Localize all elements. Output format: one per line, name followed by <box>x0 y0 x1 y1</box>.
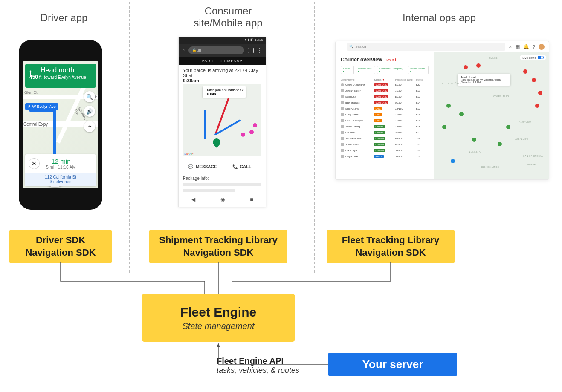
tracking-map: Traffic jam on Harrison St+6 min Google <box>183 84 261 156</box>
column-divider <box>314 2 315 273</box>
traffic-tooltip: Traffic jam on Harrison St+6 min <box>203 86 246 98</box>
street-chip: ↱ W Evelyn Ave <box>25 103 58 110</box>
status-badge: ON TIME <box>374 143 385 146</box>
table-row[interactable]: Claire DuckworthVERY LATE5/150523 <box>341 82 429 88</box>
call-button[interactable]: 📞CALL <box>222 159 261 174</box>
status-badge: EARLY <box>374 155 383 158</box>
message-button[interactable]: 💬MESSAGE <box>183 159 222 174</box>
avatar <box>341 95 344 98</box>
avatar[interactable] <box>539 44 545 50</box>
menu-icon[interactable]: ≡ <box>340 43 343 50</box>
status-badge: VERY LATE <box>374 83 388 86</box>
search-icon[interactable]: 🔍 <box>84 91 95 102</box>
table-row[interactable]: Skip AllumsLATE13/150517 <box>341 106 429 112</box>
fleet-engine-box: Fleet Engine State management <box>142 294 295 342</box>
arrow-up-icon: ↑ <box>28 66 33 80</box>
live-traffic-toggle[interactable]: Live traffic <box>520 55 546 60</box>
column-title-ops: Internal ops app <box>333 12 546 24</box>
column-title-driver: Driver app <box>0 12 128 24</box>
url-input[interactable]: 🔒 url <box>188 46 244 54</box>
status-badge: ON TIME <box>374 131 385 134</box>
filter-row: Status ▾ Vehicle type ▾ Contractor Compa… <box>341 66 429 74</box>
table-row[interactable]: Igor ZhagoloVERY LATE9/150514 <box>341 100 429 106</box>
back-icon[interactable]: ◀ <box>191 196 195 202</box>
sdk-box-driver: Driver SDK Navigation SDK <box>9 230 112 263</box>
delivery-footer: 112 California St 3 deliveries <box>25 173 96 186</box>
android-nav-bar: ◀ ◉ ■ <box>179 194 266 205</box>
avatar <box>341 131 344 134</box>
more-icon[interactable]: ⋮ <box>256 47 262 54</box>
tabs-icon[interactable]: 1 <box>248 48 254 53</box>
eta-card: ✕ 12 min 5 mi · 11:16 AM 112 California … <box>25 154 96 186</box>
bell-icon[interactable]: 🔔 <box>523 44 529 49</box>
table-row[interactable]: Dhruv BanerjeeLATE17/150516 <box>341 118 429 124</box>
sdk-box-consumer: Shipment Tracking Library Navigation SDK <box>149 230 287 263</box>
driver-app-mockup: Glen Ct Easy St Stevens Creek Fwy Centra… <box>19 40 102 210</box>
status-badge: LATE <box>374 113 382 116</box>
compass-icon[interactable]: ⌖ <box>84 121 95 132</box>
fleet-map: Live traffic Road closed Road closure on… <box>434 52 549 179</box>
column-divider <box>129 2 130 273</box>
avatar <box>341 137 344 140</box>
navigation-banner: ↑ Head north 450 ft toward Evelyn Avenue <box>25 64 96 88</box>
avatar <box>341 113 344 116</box>
sound-icon[interactable]: 🔊 <box>84 106 95 117</box>
status-badge: ON TIME <box>374 125 385 128</box>
google-logo: Google <box>184 153 194 156</box>
table-row[interactable]: Jordan BakerVERY LATE7/150519 <box>341 88 429 94</box>
filter-company[interactable]: Contractor Company ▾ <box>377 66 406 74</box>
status-badge: LATE <box>374 119 382 122</box>
consumer-app-mockup: ▾ ▮ ◧ 12:30 ⌂ 🔒 url 1 ⋮ PARCEL COMPANY Y… <box>178 37 266 207</box>
recents-icon[interactable]: ■ <box>250 196 253 202</box>
table-row[interactable]: José BalvinON TIME42/150520 <box>341 141 429 147</box>
avatar <box>341 107 344 110</box>
brand-header: PARCEL COMPANY <box>179 57 266 65</box>
table-row[interactable]: Divya DharEARLY56/150511 <box>341 153 429 159</box>
close-icon[interactable]: ✕ <box>29 158 40 169</box>
status-bar: ▾ ▮ ◧ 12:30 <box>179 37 266 44</box>
filter-vehicle[interactable]: Vehicle type ▾ <box>356 66 375 74</box>
destination-pin-icon <box>211 137 222 147</box>
avatar <box>341 149 344 152</box>
fleet-engine-api-label: Fleet Engine API tasks, vehicles, & rout… <box>217 356 299 375</box>
filter-hours[interactable]: Hours driven ▾ <box>408 66 429 74</box>
filter-status[interactable]: Status ▾ <box>341 66 354 74</box>
your-server-box: Your server <box>328 353 457 376</box>
status-badge: LATE <box>374 107 382 110</box>
search-icon: 🔍 <box>349 45 353 49</box>
phone-icon: 📞 <box>232 164 238 169</box>
table-header: Driver name Status ▼ Packages done Route <box>341 78 429 82</box>
avatar <box>341 125 344 128</box>
browser-url-bar: ⌂ 🔒 url 1 ⋮ <box>179 44 266 57</box>
avatar <box>341 83 344 86</box>
sdk-box-ops: Fleet Tracking Library Navigation SDK <box>327 230 455 263</box>
help-icon[interactable]: ? <box>533 44 535 49</box>
page-title: Courier overview LIVE 46 <box>341 57 429 63</box>
table-row[interactable]: Luke BryanON TIME55/150521 <box>341 147 429 153</box>
table-row[interactable]: Greg HatchLATE15/150515 <box>341 112 429 118</box>
table-row[interactable]: Sam DasVERY LATE8/150513 <box>341 94 429 100</box>
avatar <box>341 143 344 146</box>
status-badge: ON TIME <box>374 137 385 140</box>
status-badge: VERY LATE <box>374 95 388 98</box>
package-info-label: Package info: <box>183 176 209 181</box>
clear-icon[interactable]: ✕ <box>509 45 512 49</box>
status-badge: VERY LATE <box>374 101 388 104</box>
home-icon[interactable]: ⌂ <box>182 47 185 53</box>
status-badge: ON TIME <box>374 149 385 152</box>
table-row[interactable]: Lila ParkON TIME35/150512 <box>341 130 429 135</box>
message-icon: 💬 <box>188 164 193 169</box>
column-title-consumer: Consumer site/Mobile app <box>158 5 298 29</box>
apps-icon[interactable]: ▦ <box>516 44 520 49</box>
home-icon[interactable]: ◉ <box>220 196 225 202</box>
ops-app-mockup: ≡ 🔍Search ✕ ▦ 🔔 ? Courier overview LIVE … <box>335 41 549 180</box>
avatar <box>341 101 344 104</box>
live-badge: LIVE 46 <box>385 58 396 61</box>
table-row[interactable]: Jamila WoodsON TIME40/150522 <box>341 135 429 141</box>
avatar <box>341 89 344 92</box>
table-row[interactable]: Annie ChangON TIME19/150518 <box>341 124 429 130</box>
road-closure-popup: Road closed Road closure on Av. Valentin… <box>458 74 510 86</box>
search-input[interactable]: 🔍Search <box>347 43 505 51</box>
status-badge: VERY LATE <box>374 89 388 92</box>
avatar <box>341 119 344 122</box>
